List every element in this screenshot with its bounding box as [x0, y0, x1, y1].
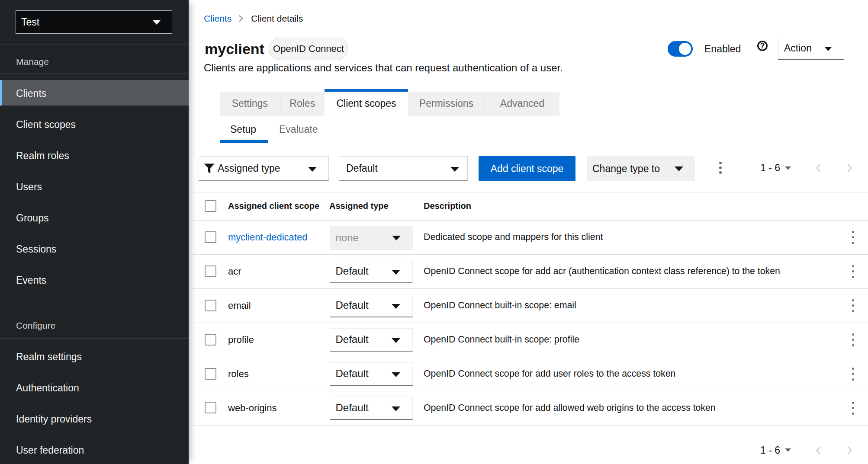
- svg-text:?: ?: [760, 42, 765, 50]
